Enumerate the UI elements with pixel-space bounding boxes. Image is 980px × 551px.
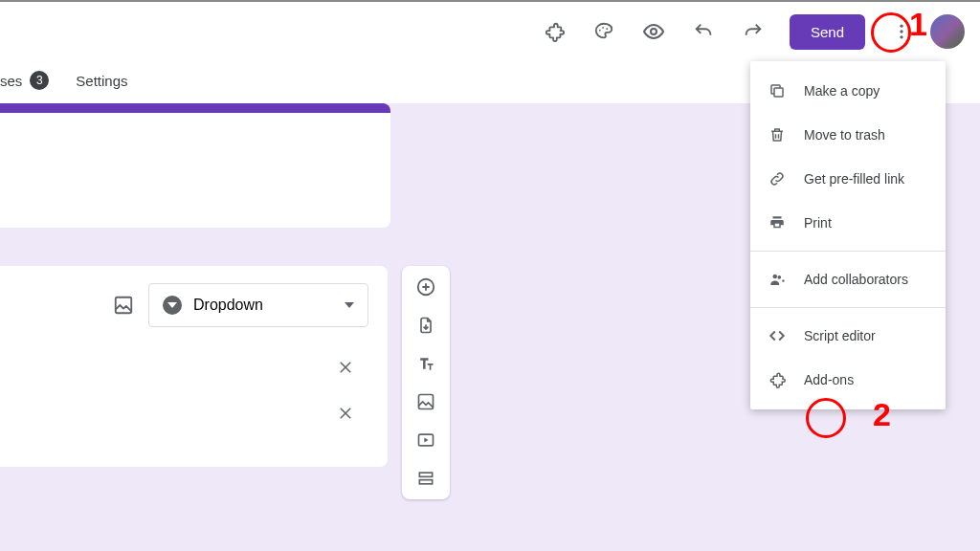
code-icon xyxy=(768,326,787,345)
menu-item-make-copy[interactable]: Make a copy xyxy=(750,69,946,113)
menu-item-label: Add-ons xyxy=(804,372,854,387)
send-button[interactable]: Send xyxy=(790,14,865,50)
menu-item-script-editor[interactable]: Script editor xyxy=(750,314,946,358)
tab-responses[interactable]: ses 3 xyxy=(0,71,49,90)
print-icon xyxy=(768,213,787,232)
svg-rect-7 xyxy=(116,298,132,314)
addons-icon[interactable] xyxy=(533,11,575,53)
account-avatar[interactable] xyxy=(930,14,965,49)
svg-point-0 xyxy=(599,30,601,32)
add-video-icon[interactable] xyxy=(414,429,437,452)
menu-item-label: Move to trash xyxy=(804,127,885,143)
tab-responses-label: ses xyxy=(0,73,22,89)
svg-rect-13 xyxy=(774,88,783,97)
menu-item-label: Make a copy xyxy=(804,83,880,99)
svg-rect-11 xyxy=(419,473,432,476)
redo-icon[interactable] xyxy=(732,11,774,53)
svg-point-14 xyxy=(773,275,778,279)
question-type-label: Dropdown xyxy=(193,297,263,314)
svg-point-4 xyxy=(900,25,902,28)
question-card[interactable]: Dropdown xyxy=(0,266,388,467)
add-section-icon[interactable] xyxy=(414,467,437,490)
svg-rect-9 xyxy=(419,395,434,409)
tab-settings[interactable]: Settings xyxy=(76,73,127,89)
remove-option-button[interactable] xyxy=(332,400,359,427)
more-menu: Make a copy Move to trash Get pre-filled… xyxy=(750,61,946,409)
menu-divider xyxy=(750,251,946,252)
svg-point-2 xyxy=(606,28,608,30)
more-menu-button[interactable] xyxy=(880,11,923,53)
top-toolbar: Send xyxy=(0,0,980,61)
responses-count-badge: 3 xyxy=(30,71,49,90)
chevron-down-icon xyxy=(345,300,354,310)
remove-option-button[interactable] xyxy=(332,354,359,381)
link-icon xyxy=(768,169,787,188)
insert-image-icon[interactable] xyxy=(112,294,135,317)
dropdown-type-icon xyxy=(163,296,182,315)
menu-item-print[interactable]: Print xyxy=(750,201,946,245)
add-title-icon[interactable] xyxy=(414,352,437,375)
add-question-icon[interactable] xyxy=(414,276,437,298)
question-type-selector[interactable]: Dropdown xyxy=(148,283,368,327)
puzzle-icon xyxy=(768,370,787,389)
menu-item-label: Get pre-filled link xyxy=(804,171,904,187)
menu-item-addons[interactable]: Add-ons xyxy=(750,358,946,402)
menu-item-add-collaborators[interactable]: Add collaborators xyxy=(750,257,946,301)
menu-item-label: Script editor xyxy=(804,328,876,343)
theme-icon[interactable] xyxy=(583,11,625,53)
floating-toolbar xyxy=(402,266,450,499)
menu-item-move-to-trash[interactable]: Move to trash xyxy=(750,113,946,157)
svg-point-3 xyxy=(651,29,657,34)
undo-icon[interactable] xyxy=(682,11,724,53)
menu-divider xyxy=(750,307,946,308)
tab-settings-label: Settings xyxy=(76,73,127,89)
menu-item-prefilled-link[interactable]: Get pre-filled link xyxy=(750,157,946,201)
svg-point-1 xyxy=(602,27,604,29)
copy-icon xyxy=(768,81,787,100)
form-title-card[interactable] xyxy=(0,103,390,228)
menu-item-label: Print xyxy=(804,215,832,231)
svg-point-15 xyxy=(777,276,781,279)
collaborators-icon xyxy=(768,270,787,289)
preview-icon[interactable] xyxy=(633,11,675,53)
trash-icon xyxy=(768,125,787,144)
svg-point-5 xyxy=(900,30,902,33)
svg-point-6 xyxy=(900,35,902,38)
svg-rect-12 xyxy=(419,480,432,484)
import-questions-icon[interactable] xyxy=(414,314,437,337)
menu-item-label: Add collaborators xyxy=(804,272,908,287)
add-image-icon[interactable] xyxy=(414,390,437,413)
